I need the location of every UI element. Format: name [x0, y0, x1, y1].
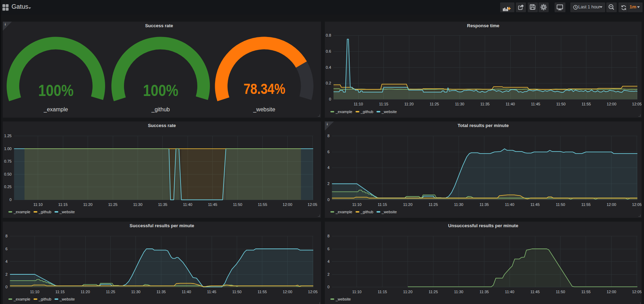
svg-text:11:30: 11:30	[133, 202, 142, 206]
svg-text:11:40: 11:40	[505, 290, 514, 294]
svg-text:0.75: 0.75	[4, 159, 12, 163]
svg-text:12:00: 12:00	[607, 202, 616, 206]
svg-text:2: 2	[5, 272, 7, 276]
svg-text:11:10: 11:10	[354, 102, 363, 106]
svg-text:11:30: 11:30	[454, 202, 463, 206]
svg-text:6: 6	[5, 246, 7, 251]
svg-text:11:50: 11:50	[556, 290, 565, 294]
svg-text:11:20: 11:20	[404, 102, 414, 106]
svg-text:0.8: 0.8	[326, 33, 331, 37]
svg-text:11:35: 11:35	[480, 102, 490, 106]
svg-text:11:45: 11:45	[530, 290, 540, 294]
svg-text:11:50: 11:50	[233, 202, 242, 206]
svg-text:12:05: 12:05	[308, 290, 318, 294]
svg-text:4: 4	[327, 165, 329, 170]
svg-text:11:45: 11:45	[208, 202, 217, 206]
svg-text:1.25: 1.25	[4, 134, 12, 138]
svg-text:0: 0	[329, 97, 331, 101]
svg-text:12:05: 12:05	[632, 202, 642, 206]
svg-text:0.2: 0.2	[326, 81, 331, 85]
svg-text:11:50: 11:50	[556, 102, 566, 106]
svg-text:11:55: 11:55	[581, 102, 591, 106]
svg-text:11:20: 11:20	[403, 290, 412, 294]
svg-text:0: 0	[327, 197, 329, 201]
svg-text:2: 2	[327, 272, 329, 276]
svg-text:11:10: 11:10	[352, 202, 362, 206]
svg-text:11:55: 11:55	[581, 202, 591, 206]
svg-text:11:40: 11:40	[506, 102, 515, 106]
svg-text:11:35: 11:35	[156, 290, 166, 294]
svg-text:11:40: 11:40	[505, 202, 514, 206]
svg-text:11:30: 11:30	[455, 102, 464, 106]
svg-text:0.50: 0.50	[4, 172, 12, 176]
svg-text:11:45: 11:45	[531, 102, 540, 106]
svg-text:11:25: 11:25	[430, 102, 439, 106]
svg-text:12:00: 12:00	[607, 290, 616, 294]
svg-text:11:15: 11:15	[55, 290, 65, 294]
svg-text:0: 0	[9, 198, 12, 202]
svg-text:12:00: 12:00	[607, 102, 616, 106]
svg-text:11:10: 11:10	[352, 290, 362, 294]
svg-text:8: 8	[5, 234, 7, 238]
svg-text:11:30: 11:30	[131, 290, 141, 294]
svg-text:11:35: 11:35	[480, 290, 489, 294]
svg-text:2: 2	[327, 181, 329, 186]
svg-text:11:20: 11:20	[81, 290, 90, 294]
svg-text:11:15: 11:15	[378, 202, 387, 206]
svg-text:11:25: 11:25	[429, 290, 438, 294]
svg-text:12:05: 12:05	[632, 102, 642, 106]
svg-text:6: 6	[327, 149, 329, 154]
svg-text:0: 0	[5, 285, 7, 289]
svg-text:11:20: 11:20	[83, 202, 93, 206]
svg-text:11:15: 11:15	[378, 290, 387, 294]
svg-text:11:55: 11:55	[581, 290, 591, 294]
svg-text:12:05: 12:05	[632, 290, 642, 294]
svg-text:12:00: 12:00	[283, 290, 292, 294]
svg-text:12:05: 12:05	[308, 202, 317, 206]
svg-text:11:15: 11:15	[379, 102, 388, 106]
svg-text:11:40: 11:40	[183, 202, 192, 206]
svg-text:4: 4	[327, 259, 329, 264]
svg-text:11:45: 11:45	[530, 202, 540, 206]
svg-text:11:15: 11:15	[58, 202, 68, 206]
svg-text:1.00: 1.00	[4, 146, 12, 150]
svg-text:0: 0	[327, 285, 329, 289]
svg-text:11:25: 11:25	[108, 202, 118, 206]
svg-text:0.25: 0.25	[4, 185, 12, 189]
svg-text:8: 8	[327, 134, 329, 138]
svg-text:11:40: 11:40	[182, 290, 191, 294]
svg-text:11:10: 11:10	[30, 290, 39, 294]
svg-text:11:20: 11:20	[403, 202, 412, 206]
svg-text:11:45: 11:45	[207, 290, 217, 294]
svg-text:11:50: 11:50	[232, 290, 242, 294]
svg-text:11:55: 11:55	[257, 290, 267, 294]
svg-text:11:30: 11:30	[454, 290, 463, 294]
svg-text:11:35: 11:35	[158, 202, 168, 206]
svg-text:8: 8	[327, 234, 329, 238]
svg-text:11:55: 11:55	[258, 202, 267, 206]
svg-text:4: 4	[5, 259, 7, 264]
svg-text:0.6: 0.6	[326, 49, 331, 53]
svg-text:11:10: 11:10	[33, 202, 43, 206]
svg-text:11:25: 11:25	[429, 202, 438, 206]
svg-text:11:35: 11:35	[480, 202, 489, 206]
svg-text:6: 6	[327, 246, 329, 251]
svg-text:11:50: 11:50	[556, 202, 565, 206]
svg-text:11:25: 11:25	[106, 290, 115, 294]
svg-text:12:00: 12:00	[283, 202, 292, 206]
svg-text:0.4: 0.4	[326, 65, 331, 69]
